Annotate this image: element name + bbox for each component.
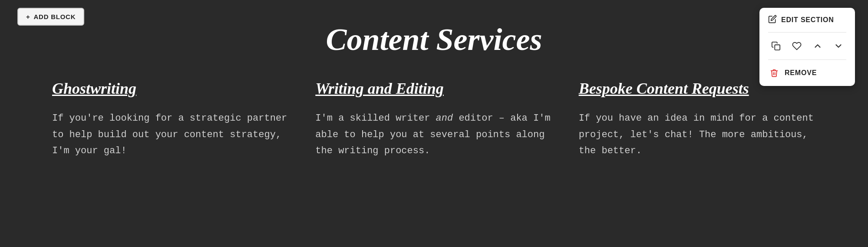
move-up-button[interactable] [811,40,824,53]
ghostwriting-body: If you're looking for a strategic partne… [52,110,289,159]
favorite-button[interactable] [790,40,803,53]
panel-divider-1 [768,32,846,33]
writing-editing-title: Writing and Editing [315,79,552,98]
plus-icon: + [26,13,30,20]
services-columns: Ghostwriting If you're looking for a str… [35,79,833,159]
remove-label: REMOVE [785,69,817,77]
main-content-area: + ADD BLOCK Content Services Ghostwritin… [0,0,868,247]
add-block-label: ADD BLOCK [34,13,76,20]
panel-divider-2 [768,59,846,60]
bespoke-body: If you have an idea in mind for a conten… [579,110,816,159]
edit-section-label: EDIT SECTION [781,16,834,24]
edit-section-button[interactable]: EDIT SECTION [768,15,846,25]
add-block-button[interactable]: + ADD BLOCK [17,8,84,26]
panel-icons-row [768,40,846,53]
svg-rect-0 [775,45,780,50]
italic-and: and [436,113,453,124]
move-down-button[interactable] [832,40,845,53]
column-writing-editing: Writing and Editing I'm a skilled writer… [315,79,552,159]
column-ghostwriting: Ghostwriting If you're looking for a str… [52,79,289,159]
trash-icon [768,67,780,79]
pencil-icon [768,15,777,25]
copy-button[interactable] [769,40,782,53]
column-bespoke: Bespoke Content Requests If you have an … [579,79,816,159]
ghostwriting-title: Ghostwriting [52,79,289,98]
remove-button[interactable]: REMOVE [768,67,846,79]
writing-editing-body: I'm a skilled writer and editor – aka I'… [315,110,552,159]
edit-section-panel: EDIT SECTION [759,8,855,86]
page-title: Content Services [35,22,833,58]
